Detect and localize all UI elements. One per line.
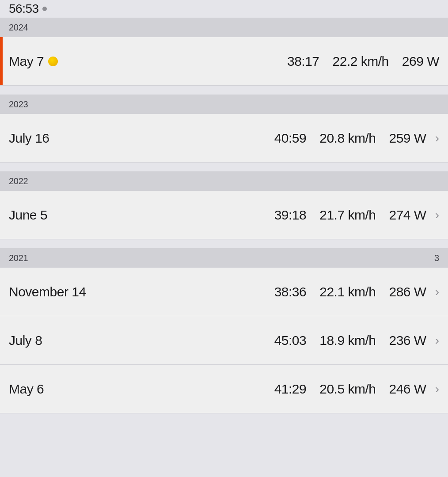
year-label-2023: 2023 <box>9 99 28 110</box>
activity-stats-2021-2: 41:2920.5 km/h246 W <box>274 382 426 397</box>
activity-time: 38:17 <box>287 54 319 69</box>
year-label-2021: 2021 <box>9 253 28 263</box>
activity-speed: 18.9 km/h <box>319 333 376 348</box>
activity-time: 39:18 <box>274 208 307 223</box>
activity-speed: 22.1 km/h <box>319 284 376 299</box>
activity-power: 269 W <box>402 54 439 69</box>
year-count-2021: 3 <box>434 253 439 263</box>
separator-1 <box>0 163 448 171</box>
activity-date-2021-0: November 14 <box>9 284 274 299</box>
section-header-2021: 20213 <box>0 248 448 268</box>
section-header-2023: 2023 <box>0 95 448 114</box>
chevron-right-icon: › <box>435 382 439 396</box>
year-label-2022: 2022 <box>9 176 28 186</box>
separator-0 <box>0 86 448 95</box>
activity-row-2022-0[interactable]: June 539:1821.7 km/h274 W› <box>0 191 448 239</box>
section-header-2022: 2022 <box>0 171 448 191</box>
activity-row-2023-0[interactable]: July 1640:5920.8 km/h259 W› <box>0 114 448 163</box>
activity-stats-2021-0: 38:3622.1 km/h286 W <box>274 284 426 299</box>
activity-date-2024-0: May 7 <box>9 54 287 69</box>
activity-speed: 21.7 km/h <box>319 208 376 223</box>
sections-container: 2024May 738:1722.2 km/h269 W2023July 164… <box>0 18 448 413</box>
activity-power: 259 W <box>389 131 426 146</box>
activity-date-2021-1: July 8 <box>9 333 274 348</box>
activity-speed: 20.5 km/h <box>319 382 376 397</box>
top-bar: 56:53 <box>0 0 448 18</box>
chevron-right-icon: › <box>435 285 439 299</box>
activity-power: 274 W <box>389 208 426 223</box>
trophy-icon <box>48 57 58 66</box>
activity-row-2021-0[interactable]: November 1438:3622.1 km/h286 W› <box>0 268 448 316</box>
activity-speed: 20.8 km/h <box>319 131 376 146</box>
activity-stats-2021-1: 45:0318.9 km/h236 W <box>274 333 426 348</box>
chevron-right-icon: › <box>435 208 439 222</box>
activity-time: 45:03 <box>274 333 307 348</box>
activity-row-2024-0[interactable]: May 738:1722.2 km/h269 W <box>0 37 448 86</box>
activity-stats-2022-0: 39:1821.7 km/h274 W <box>274 208 426 223</box>
activity-speed: 22.2 km/h <box>333 54 389 69</box>
top-bar-time: 56:53 <box>9 2 39 16</box>
activity-power: 236 W <box>389 333 426 348</box>
activity-stats-2024-0: 38:1722.2 km/h269 W <box>287 54 439 69</box>
chevron-right-icon: › <box>435 333 439 348</box>
activity-row-2021-1[interactable]: July 845:0318.9 km/h236 W› <box>0 316 448 365</box>
year-label-2024: 2024 <box>9 23 28 33</box>
activity-date-2021-2: May 6 <box>9 382 274 397</box>
activity-time: 41:29 <box>274 382 307 397</box>
activity-time: 38:36 <box>274 284 307 299</box>
activity-power: 246 W <box>389 382 426 397</box>
activity-row-2021-2[interactable]: May 641:2920.5 km/h246 W› <box>0 365 448 413</box>
activity-stats-2023-0: 40:5920.8 km/h259 W <box>274 131 426 146</box>
chevron-right-icon: › <box>435 131 439 145</box>
section-header-2024: 2024 <box>0 18 448 37</box>
activity-date-2023-0: July 16 <box>9 131 274 146</box>
activity-date-2022-0: June 5 <box>9 208 274 223</box>
separator-2 <box>0 239 448 248</box>
activity-time: 40:59 <box>274 131 307 146</box>
activity-power: 286 W <box>389 284 426 299</box>
top-bar-dot-icon <box>42 7 47 11</box>
selected-indicator <box>0 37 3 85</box>
